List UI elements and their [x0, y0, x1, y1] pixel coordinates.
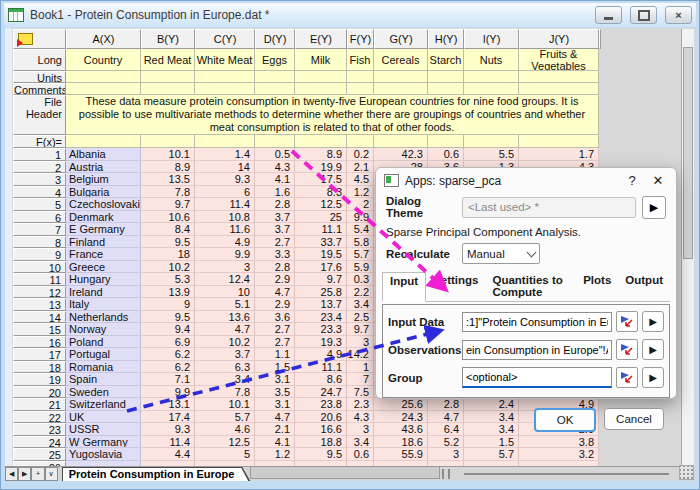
data-cell[interactable]: 1.5 — [464, 436, 519, 449]
data-cell[interactable]: 2.8 — [255, 198, 295, 211]
data-cell[interactable]: 11.1 — [295, 361, 347, 374]
data-cell[interactable]: 4.6 — [195, 423, 255, 436]
row-number[interactable]: 1 — [13, 148, 66, 161]
row-number[interactable]: 5 — [13, 198, 66, 211]
data-cell[interactable]: 6.9 — [141, 336, 195, 349]
country-cell[interactable]: Switzerland — [66, 398, 141, 411]
row-number[interactable]: 21 — [13, 398, 66, 411]
data-cell[interactable]: 9.3 — [141, 423, 195, 436]
data-cell[interactable]: 3.4 — [195, 373, 255, 386]
long-name-cell[interactable]: Starch — [428, 49, 464, 71]
data-cell[interactable]: 7.8 — [141, 186, 195, 199]
sheet-nav-prev-button[interactable]: ◀ — [5, 467, 18, 481]
column-header-A(X)[interactable]: A(X) — [66, 29, 141, 49]
data-cell[interactable]: 18.6 — [374, 436, 428, 449]
data-cell[interactable]: 18.8 — [295, 436, 347, 449]
data-cell[interactable]: 17.4 — [141, 411, 195, 424]
range-select-button[interactable] — [616, 339, 638, 360]
row-label-file-header[interactable]: File Header — [13, 95, 66, 135]
data-cell[interactable]: 23.8 — [295, 398, 347, 411]
data-cell[interactable]: 5.9 — [347, 261, 374, 274]
country-cell[interactable]: UK — [66, 411, 141, 424]
window-titlebar[interactable]: Book1 - Protein Consumption in Europe.da… — [4, 3, 696, 27]
tab-scroll-splitter[interactable] — [442, 469, 450, 479]
data-cell[interactable]: 33.7 — [295, 236, 347, 249]
data-cell[interactable]: 5.7 — [464, 448, 519, 461]
data-cell[interactable]: 3.3 — [255, 248, 295, 261]
data-cell[interactable]: 5.3 — [141, 273, 195, 286]
data-cell[interactable]: 4.4 — [141, 448, 195, 461]
data-cell[interactable]: 2.1 — [347, 161, 374, 174]
data-cell[interactable]: 5.4 — [347, 223, 374, 236]
country-cell[interactable]: Spain — [66, 373, 141, 386]
comments-cell[interactable] — [141, 83, 195, 95]
comments-cell[interactable] — [464, 83, 519, 95]
data-cell[interactable]: 3 — [195, 261, 255, 274]
data-cell[interactable]: 8.6 — [295, 373, 347, 386]
data-cell[interactable]: 9.9 — [141, 386, 195, 399]
data-cell[interactable]: 9.7 — [141, 198, 195, 211]
country-cell[interactable]: Albania — [66, 148, 141, 161]
data-cell[interactable]: 4.3 — [347, 411, 374, 424]
data-cell[interactable]: 13.1 — [141, 398, 195, 411]
data-cell[interactable]: 19.9 — [295, 161, 347, 174]
data-cell[interactable]: 3.2 — [519, 448, 599, 461]
comments-cell[interactable] — [374, 83, 428, 95]
data-cell[interactable]: 2.3 — [347, 398, 374, 411]
units-cell[interactable] — [195, 71, 255, 83]
data-cell[interactable]: 13.5 — [141, 173, 195, 186]
data-cell[interactable]: 9.5 — [295, 448, 347, 461]
data-cell[interactable]: 7 — [347, 373, 374, 386]
tab-settings[interactable]: Settings — [426, 272, 485, 301]
column-header-G(Y)[interactable]: G(Y) — [374, 29, 428, 49]
row-number[interactable]: 19 — [13, 373, 66, 386]
units-cell[interactable] — [255, 71, 295, 83]
long-name-cell[interactable]: Nuts — [464, 49, 519, 71]
row-number[interactable]: 17 — [13, 348, 66, 361]
data-cell[interactable]: 4.7 — [255, 411, 295, 424]
data-cell[interactable]: 12.5 — [195, 436, 255, 449]
data-cell[interactable]: 6.2 — [141, 348, 195, 361]
country-cell[interactable]: W Germany — [66, 436, 141, 449]
column-header-H(Y)[interactable]: H(Y) — [428, 29, 464, 49]
country-cell[interactable]: Bulgaria — [66, 186, 141, 199]
country-cell[interactable]: Poland — [66, 336, 141, 349]
data-cell[interactable]: 2.7 — [255, 323, 295, 336]
dialog-titlebar[interactable]: Apps: sparse_pca ? ✕ — [376, 168, 676, 190]
data-cell[interactable]: 5.8 — [347, 236, 374, 249]
units-cell[interactable] — [347, 71, 374, 83]
data-cell[interactable]: 3.7 — [255, 211, 295, 224]
data-cell[interactable]: 7.8 — [195, 386, 255, 399]
row-number[interactable]: 11 — [13, 273, 66, 286]
fx-cell[interactable] — [347, 135, 374, 148]
country-cell[interactable]: Finland — [66, 236, 141, 249]
recalculate-dropdown[interactable]: Manual — [462, 243, 540, 264]
fx-cell[interactable] — [66, 135, 141, 148]
data-cell[interactable]: 11.1 — [295, 223, 347, 236]
data-cell[interactable]: 2 — [347, 198, 374, 211]
units-cell[interactable] — [66, 71, 141, 83]
row-number[interactable]: 7 — [13, 223, 66, 236]
data-cell[interactable]: 3.4 — [347, 298, 374, 311]
data-cell[interactable]: 4.9 — [195, 236, 255, 249]
data-cell[interactable]: 3.7 — [255, 223, 295, 236]
range-select-button[interactable] — [616, 311, 638, 332]
country-cell[interactable]: France — [66, 248, 141, 261]
theme-flyout-button[interactable]: ▶ — [642, 196, 666, 219]
close-button[interactable]: × — [665, 6, 692, 24]
row-number[interactable]: 6 — [13, 211, 66, 224]
data-cell[interactable]: 9.9 — [195, 248, 255, 261]
data-cell[interactable]: 1.6 — [255, 186, 295, 199]
data-cell[interactable]: 6.2 — [141, 361, 195, 374]
country-cell[interactable]: E Germany — [66, 223, 141, 236]
dialog-theme-value[interactable]: <Last used> * — [462, 197, 636, 218]
data-cell[interactable]: 3.4 — [347, 436, 374, 449]
restore-button[interactable] — [630, 6, 657, 24]
group-flyout-button[interactable]: ▶ — [642, 367, 664, 388]
fx-cell[interactable] — [255, 135, 295, 148]
column-header-C(Y)[interactable]: C(Y) — [195, 29, 255, 49]
comments-cell[interactable] — [347, 83, 374, 95]
dialog-help-button[interactable]: ? — [622, 173, 642, 188]
row-number[interactable]: 9 — [13, 248, 66, 261]
row-number[interactable]: 16 — [13, 336, 66, 349]
